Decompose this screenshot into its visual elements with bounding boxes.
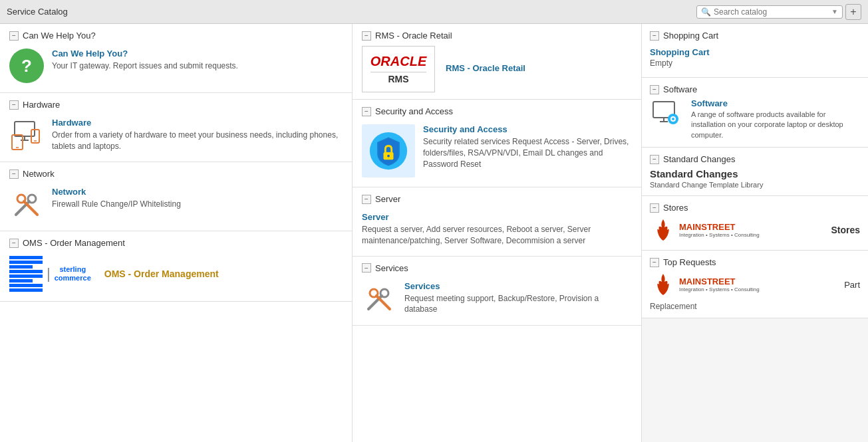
card-security[interactable]: Security and Access Security related ser… (362, 122, 632, 180)
oracle-logo: ORACLE RMS (362, 46, 435, 92)
right-section-software: − Software Software A range of (642, 78, 868, 148)
shield-svg (368, 131, 408, 171)
search-input[interactable] (714, 7, 831, 17)
card-text-network: Network Firewall Rule Change/IP Whitelis… (52, 187, 181, 210)
svg-point-8 (28, 195, 36, 203)
card-body-network: Firewall Rule Change/IP Whitelisting (52, 199, 181, 210)
right-section-title-std: Standard Changes (663, 154, 735, 164)
card-heading-software: Software (691, 98, 860, 108)
card-body-security: Security related services Request Access… (423, 136, 632, 169)
oracle-text: ORACLE (370, 54, 426, 69)
section-security: − Security and Access (353, 100, 641, 187)
section-header-server: − Server (362, 194, 632, 204)
security-icon (362, 124, 415, 177)
card-text-security: Security and Access Security related ser… (423, 124, 632, 169)
card-body-hardware: Order from a variety of hardware to meet… (52, 130, 343, 152)
section-rms: − RMS - Oracle Retail ORACLE RMS RMS - O… (353, 24, 641, 100)
toggle-rms[interactable]: − (362, 31, 371, 41)
card-standard-changes[interactable]: Standard Changes Standard Change Templat… (650, 168, 860, 189)
toggle-software[interactable]: − (650, 85, 659, 94)
top-bar: Service Catalog 🔍 ▼ + (0, 0, 868, 24)
right-section-header-software: − Software (650, 84, 860, 94)
svg-point-17 (370, 289, 378, 297)
right-section-stores: − Stores MAINSTREET Integration • System… (642, 196, 868, 251)
section-title-network: Network (23, 169, 55, 179)
card-body-services: Request meeting support, Backup/Restore,… (404, 293, 632, 316)
card-heading-security: Security and Access (423, 124, 632, 134)
section-header-security: − Security and Access (362, 106, 632, 116)
mainstreet-text-block-stores: MAINSTREET Integration • Systems • Consu… (679, 222, 760, 238)
toggle-cart[interactable]: − (650, 31, 659, 41)
card-services[interactable]: Services Request meeting support, Backup… (362, 278, 632, 318)
card-network[interactable]: Network Firewall Rule Change/IP Whitelis… (9, 184, 343, 224)
center-panel: − RMS - Oracle Retail ORACLE RMS RMS - O… (353, 24, 642, 442)
section-header-rms: − RMS - Oracle Retail (362, 31, 632, 41)
right-panel: − Shopping Cart Shopping Cart Empty − So… (642, 24, 868, 442)
toggle-network[interactable]: − (9, 169, 19, 179)
mainstreet-flame-svg-2 (650, 271, 676, 298)
stores-label: Stores (831, 225, 860, 235)
card-top-requests[interactable]: MAINSTREET Integration • Systems • Consu… (650, 271, 860, 298)
right-section-title-cart: Shopping Cart (663, 31, 718, 41)
page-title: Service Catalog (7, 7, 68, 17)
section-header-can-we-help: − Can We Help You? (9, 31, 343, 41)
replacement-label: Replacement (650, 302, 860, 311)
card-stores[interactable]: MAINSTREET Integration • Systems • Consu… (650, 217, 860, 243)
card-text-can-we-help: Can We Help You? Your IT gateway. Report… (52, 49, 238, 72)
card-heading-can-we-help: Can We Help You? (52, 49, 238, 58)
pipe-divider: | (47, 265, 51, 282)
question-mark-icon: ? (21, 56, 32, 76)
svg-point-13 (387, 155, 390, 158)
hardware-svg (9, 118, 44, 152)
ibm-stripes (9, 256, 43, 292)
section-server: − Server Server Request a server, Add se… (353, 187, 641, 257)
section-title-hardware: Hardware (23, 100, 60, 110)
card-rms[interactable]: ORACLE RMS RMS - Oracle Retail (362, 46, 632, 92)
right-section-header-std: − Standard Changes (650, 154, 860, 164)
shopping-cart-block: Shopping Cart Empty (650, 45, 860, 70)
section-hardware: − Hardware (0, 93, 352, 162)
mainstreet-name-stores: MAINSTREET (679, 222, 760, 232)
toggle-server[interactable]: − (362, 195, 371, 204)
card-oms[interactable]: | sterling commerce OMS - Order Manageme… (9, 253, 343, 294)
toggle-services[interactable]: − (362, 263, 371, 273)
section-title-services: Services (375, 263, 408, 273)
commerce-label: commerce (55, 274, 91, 282)
add-button[interactable]: + (845, 4, 861, 20)
services-icon (362, 281, 396, 316)
toggle-security[interactable]: − (362, 107, 371, 116)
toggle-std-changes[interactable]: − (650, 155, 659, 164)
toggle-stores[interactable]: − (650, 203, 659, 213)
toggle-hardware[interactable]: − (9, 100, 19, 110)
card-body-can-we-help: Your IT gateway. Report issues and submi… (52, 60, 238, 72)
section-title-rms: RMS - Oracle Retail (375, 31, 452, 41)
section-services: − Services Services Request meeting supp… (353, 257, 641, 326)
card-hardware[interactable]: Hardware Order from a variety of hardwar… (9, 115, 343, 155)
toggle-oms[interactable]: − (9, 239, 19, 248)
card-can-we-help[interactable]: ? Can We Help You? Your IT gateway. Repo… (9, 46, 343, 86)
std-changes-body: Standard Change Template Library (650, 181, 860, 189)
right-section-header-stores: − Stores (650, 203, 860, 213)
section-title-oms: OMS - Order Management (23, 238, 125, 248)
left-panel: − Can We Help You? ? Can We Help You? Yo… (0, 24, 353, 442)
card-software[interactable]: Software A range of software products av… (650, 98, 860, 140)
card-text-rms: RMS - Oracle Retail (446, 63, 525, 75)
search-dropdown-icon[interactable]: ▼ (831, 8, 838, 15)
card-heading-services: Services (404, 281, 632, 291)
right-section-standard-changes: − Standard Changes Standard Changes Stan… (642, 148, 868, 196)
hardware-icon (9, 118, 44, 152)
section-header-hardware: − Hardware (9, 100, 343, 110)
card-text-hardware: Hardware Order from a variety of hardwar… (52, 118, 343, 152)
card-heading-rms: RMS - Oracle Retail (446, 63, 525, 73)
toggle-top-requests[interactable]: − (650, 258, 659, 267)
toggle-can-we-help[interactable]: − (9, 31, 19, 41)
card-text-services: Services Request meeting support, Backup… (404, 281, 632, 316)
monitor-svg (651, 99, 684, 132)
top-bar-right: 🔍 ▼ + (696, 4, 861, 20)
right-section-header-top-requests: − Top Requests (650, 257, 860, 267)
card-heading-hardware: Hardware (52, 118, 343, 128)
card-server[interactable]: Server Request a server, Add server reso… (362, 209, 632, 249)
section-can-we-help: − Can We Help You? ? Can We Help You? Yo… (0, 24, 352, 93)
wrench-cross-svg (11, 188, 43, 220)
right-section-shopping-cart: − Shopping Cart Shopping Cart Empty (642, 24, 868, 78)
